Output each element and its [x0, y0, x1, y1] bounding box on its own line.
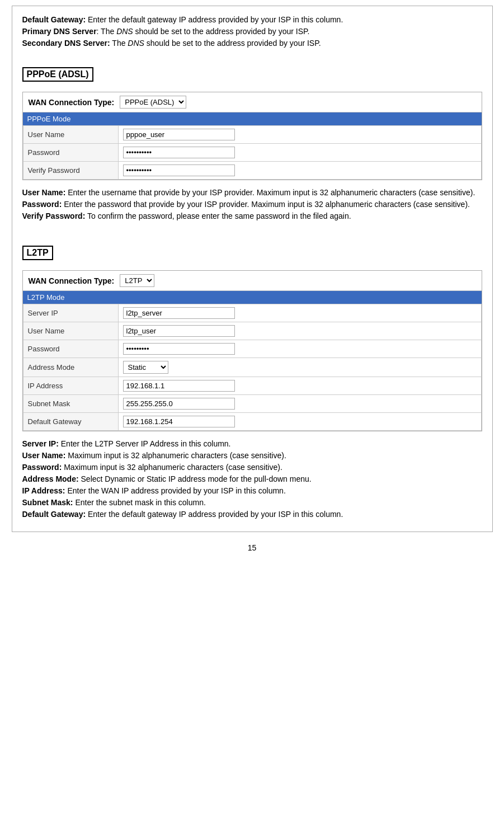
pppoe-wan-label: WAN Connection Type:: [29, 98, 115, 107]
l2tp-subnet-mask-cell: [118, 395, 481, 413]
pppoe-password-desc-label: Password:: [22, 200, 62, 209]
primary-dns-colon-text: : The: [97, 27, 117, 36]
secondary-dns-label: Secondary DNS Server:: [22, 39, 110, 48]
l2tp-wan-form: WAN Connection Type: L2TP L2TP Mode Serv…: [22, 270, 482, 431]
secondary-dns-text2: should be set to the address provided by…: [144, 39, 321, 48]
table-row: Password: [23, 340, 481, 358]
pppoe-username-cell: [118, 126, 481, 144]
primary-dns-text2: should be set to the address provided by…: [133, 27, 310, 36]
pppoe-password-input[interactable]: [123, 147, 235, 158]
l2tp-server-ip-desc-label: Server IP:: [22, 439, 59, 448]
pppoe-verify-label: Verify Password: [23, 162, 118, 180]
l2tp-server-ip-cell: [118, 304, 481, 322]
l2tp-username-input[interactable]: [123, 325, 235, 337]
table-row: IP Address: [23, 377, 481, 395]
l2tp-password-cell: [118, 340, 481, 358]
l2tp-address-mode-cell: Static Dynamic: [118, 358, 481, 377]
l2tp-address-mode-desc-text: Select Dynamic or Static IP address mode…: [79, 474, 312, 483]
l2tp-default-gateway-cell: [118, 413, 481, 431]
table-row: Password: [23, 144, 481, 162]
pppoe-mode-header: PPPoE Mode: [23, 112, 482, 125]
l2tp-title: L2TP: [22, 246, 53, 260]
l2tp-default-gateway-desc-label: Default Gateway:: [22, 510, 86, 519]
table-row: Server IP: [23, 304, 481, 322]
pppoe-mode-section: PPPoE Mode User Name Password: [23, 112, 482, 180]
pppoe-password-cell: [118, 144, 481, 162]
l2tp-subnet-mask-label: Subnet Mask: [23, 395, 118, 413]
l2tp-password-desc-text: Maximum input is 32 alphanumeric charact…: [62, 463, 282, 472]
pppoe-password-desc-text: Enter the password that provide by your …: [62, 200, 470, 209]
l2tp-mode-section: L2TP Mode Server IP User Name: [23, 291, 482, 431]
pppoe-username-desc-text: Enter the username that provide by your …: [65, 188, 475, 197]
page-number: 15: [248, 543, 257, 552]
default-gateway-text: Enter the default gateway IP address pro…: [86, 15, 343, 24]
l2tp-username-cell: [118, 322, 481, 340]
l2tp-password-label: Password: [23, 340, 118, 358]
secondary-dns-dns: DNS: [128, 39, 144, 48]
table-row: Subnet Mask: [23, 395, 481, 413]
pppoe-description: User Name: Enter the username that provi…: [22, 187, 482, 222]
l2tp-server-ip-desc-text: Enter the L2TP Server IP Address in this…: [59, 439, 231, 448]
table-row: Verify Password: [23, 162, 481, 180]
l2tp-wan-label: WAN Connection Type:: [29, 276, 115, 285]
pppoe-username-label: User Name: [23, 126, 118, 144]
l2tp-username-desc-label: User Name:: [22, 451, 66, 460]
pppoe-wan-select-wrapper[interactable]: PPPoE (ADSL): [120, 96, 186, 109]
table-row: User Name: [23, 126, 481, 144]
l2tp-server-ip-input[interactable]: [123, 307, 235, 319]
l2tp-ip-address-label: IP Address: [23, 377, 118, 395]
primary-dns-label: Primary DNS Server: [22, 27, 97, 36]
l2tp-username-label: User Name: [23, 322, 118, 340]
l2tp-address-mode-label: Address Mode: [23, 358, 118, 377]
table-row: User Name: [23, 322, 481, 340]
l2tp-ip-address-desc-text: Enter the WAN IP address provided by you…: [65, 486, 286, 495]
pppoe-verify-desc-label: Verify Password:: [22, 211, 86, 220]
l2tp-address-mode-desc-label: Address Mode:: [22, 474, 79, 483]
l2tp-password-desc-label: Password:: [22, 463, 62, 472]
l2tp-default-gateway-input[interactable]: [123, 416, 235, 427]
l2tp-subnet-mask-desc-label: Subnet Mask:: [22, 498, 73, 507]
primary-dns-dns: DNS: [116, 27, 133, 36]
secondary-dns-text: The: [110, 39, 128, 48]
pppoe-verify-desc-text: To confirm the password, please enter th…: [85, 211, 351, 220]
l2tp-wan-type-select[interactable]: L2TP: [120, 275, 154, 286]
pppoe-username-input[interactable]: [123, 129, 235, 140]
default-gateway-label: Default Gateway:: [22, 15, 86, 24]
l2tp-ip-address-desc-label: IP Address:: [22, 486, 65, 495]
top-description: Default Gateway: Enter the default gatew…: [22, 14, 482, 49]
l2tp-mode-header: L2TP Mode: [23, 291, 482, 304]
l2tp-ip-address-cell: [118, 377, 481, 395]
l2tp-section: L2TP WAN Connection Type: L2TP L2TP Mode…: [22, 237, 482, 520]
pppoe-wan-form: WAN Connection Type: PPPoE (ADSL) PPPoE …: [22, 92, 482, 180]
l2tp-address-mode-select[interactable]: Static Dynamic: [123, 361, 168, 374]
pppoe-title: PPPoE (ADSL): [22, 67, 93, 82]
pppoe-wan-header: WAN Connection Type: PPPoE (ADSL): [23, 92, 482, 112]
l2tp-username-desc-text: Maximum input is 32 alphanumeric charact…: [65, 451, 286, 460]
pppoe-verify-cell: [118, 162, 481, 180]
l2tp-default-gateway-desc-text: Enter the default gateway IP address pro…: [86, 510, 343, 519]
l2tp-subnet-mask-desc-text: Enter the subnet mask in this column.: [73, 498, 206, 507]
l2tp-server-ip-label: Server IP: [23, 304, 118, 322]
pppoe-section: PPPoE (ADSL) WAN Connection Type: PPPoE …: [22, 58, 482, 222]
pppoe-wan-type-select[interactable]: PPPoE (ADSL): [120, 96, 186, 108]
l2tp-password-input[interactable]: [123, 343, 235, 355]
l2tp-ip-address-input[interactable]: [123, 380, 235, 392]
pppoe-verify-input[interactable]: [123, 164, 235, 176]
table-row: Address Mode Static Dynamic: [23, 358, 481, 377]
table-row: Default Gateway: [23, 413, 481, 431]
l2tp-subnet-mask-input[interactable]: [123, 398, 235, 410]
l2tp-wan-select-wrapper[interactable]: L2TP: [120, 274, 154, 287]
l2tp-wan-header: WAN Connection Type: L2TP: [23, 271, 482, 291]
pppoe-password-label: Password: [23, 144, 118, 162]
l2tp-description: Server IP: Enter the L2TP Server IP Addr…: [22, 438, 482, 520]
l2tp-form-table: Server IP User Name Passwo: [23, 304, 482, 431]
pppoe-form-table: User Name Password Verify: [23, 125, 482, 180]
pppoe-username-desc-label: User Name:: [22, 188, 66, 197]
l2tp-default-gateway-label: Default Gateway: [23, 413, 118, 431]
